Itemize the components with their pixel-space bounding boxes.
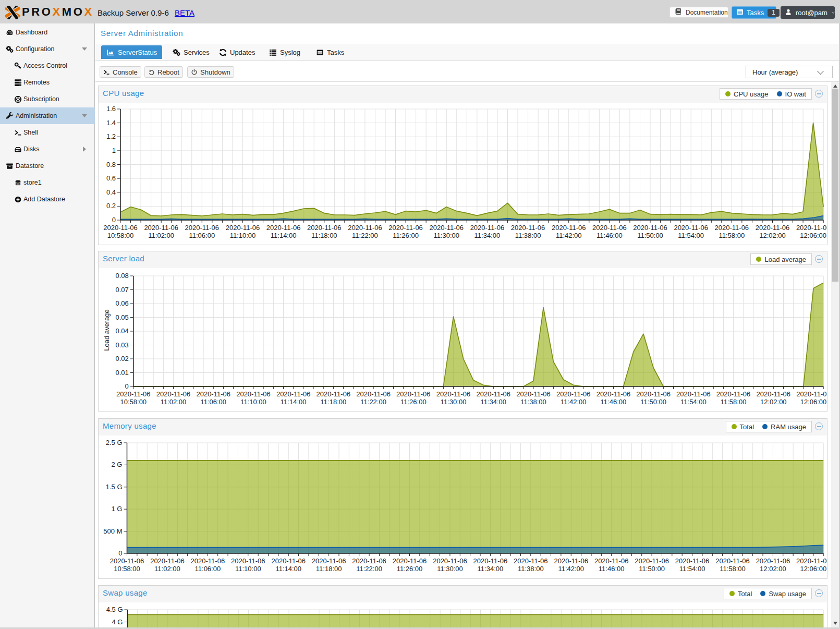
- svg-text:11:50:00: 11:50:00: [639, 565, 665, 573]
- svg-text:11:54:00: 11:54:00: [680, 398, 707, 406]
- svg-text:0.05: 0.05: [115, 313, 128, 321]
- svg-text:10:58:00: 10:58:00: [114, 565, 140, 573]
- svg-text:2020-11-06: 2020-11-06: [396, 390, 431, 398]
- svg-text:1: 1: [112, 147, 116, 154]
- svg-text:2020-11-06: 2020-11-06: [592, 224, 627, 232]
- svg-text:2020-11-06: 2020-11-06: [675, 557, 710, 565]
- svg-text:11:38:00: 11:38:00: [515, 232, 541, 239]
- svg-text:2020-11-06: 2020-11-06: [266, 224, 301, 232]
- svg-text:0: 0: [112, 216, 116, 224]
- svg-text:11:18:00: 11:18:00: [321, 398, 347, 406]
- svg-text:2020-11-06: 2020-11-06: [636, 390, 671, 398]
- svg-text:2020-11-06: 2020-11-06: [433, 557, 467, 565]
- svg-text:2020-11-06: 2020-11-06: [191, 557, 225, 565]
- svg-text:2020-11-06: 2020-11-06: [674, 224, 708, 232]
- svg-text:11:22:00: 11:22:00: [356, 565, 382, 573]
- svg-text:11:58:00: 11:58:00: [719, 232, 745, 239]
- svg-text:11:18:00: 11:18:00: [311, 232, 337, 239]
- svg-text:2020-11-06: 2020-11-06: [185, 224, 220, 232]
- svg-text:2020-11-06: 2020-11-06: [756, 224, 790, 232]
- svg-text:10:58:00: 10:58:00: [107, 232, 134, 239]
- svg-text:11:02:00: 11:02:00: [148, 232, 174, 239]
- svg-text:2020-11-06: 2020-11-06: [316, 390, 351, 398]
- svg-text:11:30:00: 11:30:00: [437, 565, 463, 573]
- svg-text:1.5 G: 1.5 G: [106, 483, 123, 491]
- svg-text:11:54:00: 11:54:00: [679, 565, 705, 573]
- svg-text:2020-11-06: 2020-11-06: [796, 390, 827, 398]
- svg-text:2020-11-06: 2020-11-06: [473, 557, 508, 565]
- svg-text:0.06: 0.06: [115, 299, 128, 307]
- svg-text:11:50:00: 11:50:00: [640, 398, 666, 406]
- svg-text:12:06:00: 12:06:00: [800, 232, 826, 239]
- svg-text:2020-11-06: 2020-11-06: [348, 224, 382, 232]
- svg-text:11:26:00: 11:26:00: [397, 565, 423, 573]
- svg-text:2020-11-06: 2020-11-06: [429, 224, 464, 232]
- svg-text:2020-11-06: 2020-11-06: [110, 557, 144, 565]
- svg-text:0.2: 0.2: [106, 202, 116, 210]
- svg-text:4 G: 4 G: [112, 618, 123, 626]
- svg-text:2020-11-06: 2020-11-06: [196, 390, 230, 398]
- svg-text:2020-11-06: 2020-11-06: [476, 390, 510, 398]
- svg-text:11:26:00: 11:26:00: [393, 232, 419, 239]
- svg-text:11:34:00: 11:34:00: [480, 398, 506, 406]
- svg-text:2020-11-06: 2020-11-06: [514, 557, 548, 565]
- svg-text:0: 0: [118, 549, 122, 557]
- svg-text:2020-11-06: 2020-11-06: [633, 224, 667, 232]
- svg-text:2020-11-06: 2020-11-06: [796, 557, 827, 565]
- svg-text:11:38:00: 11:38:00: [518, 565, 544, 573]
- svg-text:2020-11-06: 2020-11-06: [150, 557, 185, 565]
- svg-text:11:06:00: 11:06:00: [189, 232, 215, 239]
- svg-text:2020-11-06: 2020-11-06: [236, 390, 271, 398]
- svg-text:0.8: 0.8: [106, 161, 116, 168]
- svg-text:0.6: 0.6: [106, 174, 116, 182]
- svg-text:12:06:00: 12:06:00: [800, 398, 827, 406]
- svg-text:2020-11-06: 2020-11-06: [715, 557, 750, 565]
- svg-text:0.08: 0.08: [115, 272, 128, 280]
- svg-text:2020-11-06: 2020-11-06: [436, 390, 471, 398]
- svg-text:11:30:00: 11:30:00: [433, 232, 459, 239]
- svg-text:11:06:00: 11:06:00: [195, 565, 221, 573]
- svg-text:1 G: 1 G: [112, 505, 123, 513]
- svg-text:11:06:00: 11:06:00: [200, 398, 226, 406]
- svg-text:11:34:00: 11:34:00: [474, 232, 501, 239]
- svg-text:2020-11-06: 2020-11-06: [594, 557, 629, 565]
- svg-text:12:02:00: 12:02:00: [760, 398, 787, 406]
- svg-text:11:02:00: 11:02:00: [154, 565, 180, 573]
- svg-text:500 M: 500 M: [103, 527, 122, 535]
- svg-text:0.4: 0.4: [106, 188, 116, 196]
- svg-text:1.2: 1.2: [106, 132, 116, 140]
- svg-text:11:42:00: 11:42:00: [558, 565, 584, 573]
- svg-text:11:38:00: 11:38:00: [520, 398, 546, 406]
- svg-text:4.5 G: 4.5 G: [106, 606, 123, 613]
- svg-text:2020-11-06: 2020-11-06: [511, 224, 545, 232]
- svg-text:2020-11-06: 2020-11-06: [556, 390, 591, 398]
- svg-text:2020-11-06: 2020-11-06: [276, 390, 311, 398]
- svg-text:11:42:00: 11:42:00: [561, 398, 587, 406]
- svg-text:11:18:00: 11:18:00: [316, 565, 342, 573]
- svg-text:2020-11-06: 2020-11-06: [756, 557, 790, 565]
- svg-text:2020-11-06: 2020-11-06: [356, 390, 391, 398]
- svg-text:2020-11-06: 2020-11-06: [231, 557, 265, 565]
- svg-text:11:22:00: 11:22:00: [352, 232, 378, 239]
- svg-text:1.6: 1.6: [106, 105, 116, 113]
- svg-text:11:10:00: 11:10:00: [240, 398, 266, 406]
- svg-text:2020-11-06: 2020-11-06: [307, 224, 342, 232]
- svg-text:11:30:00: 11:30:00: [441, 398, 467, 406]
- svg-text:2020-11-06: 2020-11-06: [226, 224, 260, 232]
- svg-text:2.5 G: 2.5 G: [106, 439, 123, 446]
- svg-text:11:58:00: 11:58:00: [721, 398, 747, 406]
- svg-text:2020-11-06: 2020-11-06: [552, 224, 586, 232]
- svg-text:12:02:00: 12:02:00: [759, 232, 786, 239]
- svg-text:2020-11-06: 2020-11-06: [144, 224, 178, 232]
- svg-text:11:02:00: 11:02:00: [161, 398, 187, 406]
- svg-text:2020-11-06: 2020-11-06: [796, 224, 827, 232]
- svg-text:11:54:00: 11:54:00: [678, 232, 704, 239]
- svg-text:2020-11-06: 2020-11-06: [554, 557, 588, 565]
- svg-text:11:26:00: 11:26:00: [400, 398, 427, 406]
- svg-text:2020-11-06: 2020-11-06: [116, 390, 151, 398]
- svg-text:2020-11-06: 2020-11-06: [635, 557, 669, 565]
- svg-text:0.01: 0.01: [115, 369, 128, 377]
- svg-text:11:34:00: 11:34:00: [478, 565, 504, 573]
- svg-text:2020-11-06: 2020-11-06: [393, 557, 427, 565]
- svg-text:2020-11-06: 2020-11-06: [103, 224, 138, 232]
